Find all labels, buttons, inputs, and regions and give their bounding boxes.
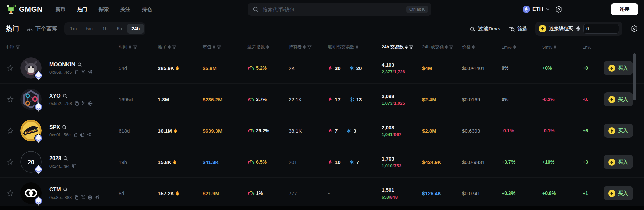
connect-wallet-button[interactable]: 连接	[611, 3, 638, 15]
smart-buy-flame-icon	[328, 97, 332, 102]
table-settings-icon[interactable]	[631, 25, 638, 32]
header-24h-volume[interactable]: 24h 成交额	[422, 42, 453, 52]
token-24h-txs: 1,501 653/848	[382, 187, 398, 200]
token-address: 0x968...4c5	[49, 70, 72, 75]
tab-24h[interactable]: 24h	[127, 24, 144, 34]
header-price[interactable]: 价格	[462, 42, 475, 52]
smart-buy-flame-icon	[328, 160, 332, 165]
telegram-icon[interactable]	[95, 195, 99, 200]
token-name[interactable]: 2028	[49, 155, 77, 162]
favorite-star-icon[interactable]	[7, 158, 14, 166]
filter-sliders-icon	[508, 26, 515, 32]
token-liquidity: 157.2K	[158, 190, 180, 196]
token-name[interactable]: MOONKIN	[49, 62, 92, 68]
filter-funnel-icon	[449, 45, 453, 49]
token-1m-change: 0%	[502, 97, 508, 102]
token-market-cap: $639.3M	[203, 128, 222, 134]
token-smart-money: 7 3	[328, 128, 356, 134]
buy-button[interactable]: 买入	[604, 92, 633, 106]
vertical-scrollbar[interactable]	[633, 53, 636, 100]
token-name[interactable]: XYO	[49, 93, 93, 99]
website-globe-icon[interactable]	[80, 132, 85, 137]
header-1m-change[interactable]: 1m%	[502, 42, 516, 52]
search-bar[interactable]: Ctrl alt K	[248, 3, 431, 16]
nav-item-watchlist[interactable]: 关注	[120, 6, 130, 13]
header-age[interactable]: 时间	[119, 42, 137, 52]
token-24h-txs: 4,103 2,377/1,726	[382, 62, 405, 74]
token-avatar[interactable]: 20	[20, 151, 42, 173]
copy-address-icon[interactable]	[74, 70, 79, 74]
twitter-x-icon[interactable]	[81, 70, 85, 74]
token-liquidity: 15.8K	[158, 159, 177, 165]
next-bluechip-link[interactable]: 下个蓝筹	[26, 25, 57, 32]
token-price: $0.041401	[462, 65, 485, 71]
nav-item-trending[interactable]: 热门	[77, 6, 87, 13]
quick-buy-amount-input[interactable]	[583, 24, 619, 34]
token-info: MOONKIN 0x968...4c5	[49, 62, 92, 75]
search-input[interactable]	[262, 6, 403, 13]
sort-icon	[513, 45, 516, 49]
website-globe-icon[interactable]	[88, 195, 92, 200]
token-avatar[interactable]	[20, 182, 42, 204]
copy-address-icon[interactable]	[74, 195, 79, 200]
filter-devs-label: 过滤Devs	[478, 26, 500, 32]
header-smart-money[interactable]: 聪明钱交易数	[328, 42, 358, 52]
buy-button[interactable]: 买入	[604, 155, 633, 169]
buy-button-label: 买入	[618, 65, 628, 71]
header-holders[interactable]: 持有者	[289, 42, 312, 52]
header-token[interactable]: 币种	[5, 42, 20, 52]
token-price: $0.6393	[462, 128, 480, 134]
token-price: $0.079831	[462, 159, 485, 165]
filter-devs-button[interactable]: 过滤Devs	[469, 26, 500, 32]
favorite-star-icon[interactable]	[7, 189, 14, 197]
token-avatar[interactable]	[20, 57, 42, 79]
token-avatar[interactable]: S&P6900	[20, 120, 42, 141]
filter-button[interactable]: 筛选	[508, 26, 527, 32]
sort-icon	[266, 45, 269, 49]
twitter-x-icon[interactable]	[81, 101, 86, 106]
header-market-cap[interactable]: 市值	[203, 42, 221, 52]
nav-item-explore[interactable]: 探索	[98, 6, 109, 13]
search-token-icon[interactable]	[77, 62, 82, 67]
twitter-x-icon[interactable]	[81, 195, 85, 200]
header-24h-txs[interactable]: 24h 交易数	[382, 42, 413, 52]
buy-button[interactable]: 买入	[604, 186, 633, 200]
tab-1h[interactable]: 1h	[98, 24, 112, 34]
filter-devs-icon	[469, 26, 476, 32]
header-bluechip-index[interactable]: 蓝筹指数	[247, 42, 269, 52]
tab-5m[interactable]: 5m	[82, 24, 97, 34]
search-token-icon[interactable]	[63, 94, 67, 98]
token-name[interactable]: CTM	[49, 187, 99, 193]
header-1h-change[interactable]: 1h%	[583, 42, 591, 52]
favorite-star-icon[interactable]	[7, 96, 14, 103]
liquidity-flame-icon	[172, 159, 177, 165]
website-globe-icon[interactable]	[88, 101, 93, 106]
search-token-icon[interactable]	[63, 187, 68, 192]
buy-button[interactable]: 买入	[604, 61, 633, 75]
telegram-icon[interactable]	[88, 70, 92, 74]
copy-address-icon[interactable]	[73, 132, 78, 137]
tab-6h[interactable]: 6h	[112, 24, 126, 34]
header-liquidity[interactable]: 池子	[158, 42, 176, 52]
favorite-star-icon[interactable]	[7, 64, 14, 72]
token-smart-money: 10 7	[328, 159, 359, 165]
tab-1m[interactable]: 1m	[66, 24, 81, 34]
chain-selector[interactable]: ETH	[523, 6, 550, 13]
nav-item-holdings[interactable]: 持仓	[142, 6, 152, 13]
liquidity-flame-icon	[175, 65, 180, 71]
copy-address-icon[interactable]	[75, 101, 79, 106]
copy-address-icon[interactable]	[72, 164, 77, 168]
gmgn-logo[interactable]: GMGN	[6, 4, 42, 15]
telegram-icon[interactable]	[87, 133, 92, 137]
search-token-icon[interactable]	[63, 156, 68, 161]
token-24h-volume: $424.9K	[422, 159, 441, 165]
nav-item-new[interactable]: 新币	[55, 6, 65, 13]
search-token-icon[interactable]	[62, 125, 67, 130]
token-avatar[interactable]	[20, 89, 42, 110]
token-1h-change: +3	[583, 159, 594, 165]
favorite-star-icon[interactable]	[7, 127, 14, 134]
settings-icon[interactable]	[555, 6, 562, 13]
header-5m-change[interactable]: 5m%	[542, 42, 556, 52]
buy-button[interactable]: 买入	[604, 124, 633, 138]
token-name[interactable]: SPX	[49, 124, 92, 130]
